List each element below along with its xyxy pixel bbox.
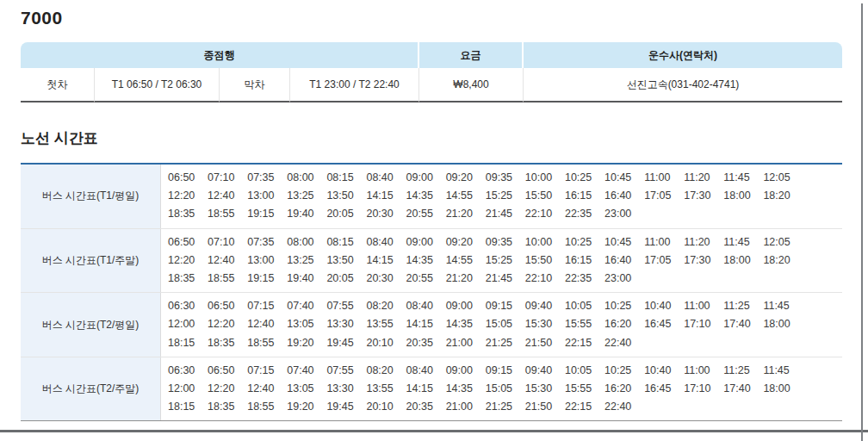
time-cell: 08:15 (326, 169, 366, 187)
time-cell: 16:20 (604, 380, 644, 398)
time-cell: 11:45 (763, 297, 803, 315)
time-cell: 18:55 (247, 334, 287, 352)
time-cell: 20:10 (366, 334, 406, 352)
time-cell: 13:55 (366, 380, 406, 398)
timetable-row-label: 버스 시간표(T2/주말) (21, 357, 161, 421)
time-cell: 18:35 (168, 205, 208, 223)
time-cell: 13:50 (326, 252, 366, 270)
time-cell: 15:30 (525, 315, 565, 333)
last-bus-label: 막차 (220, 68, 290, 102)
time-cell: 09:40 (525, 297, 565, 315)
header-destination: 종점행 (21, 42, 419, 68)
time-cell: 07:35 (247, 233, 287, 252)
time-cell: 22:35 (565, 270, 604, 288)
time-cell: 06:50 (208, 297, 247, 315)
time-cell: 06:30 (168, 362, 208, 380)
time-cell: 10:25 (565, 233, 604, 252)
time-cell: 13:25 (287, 252, 326, 270)
time-cell: 18:20 (763, 187, 803, 205)
page-bottom-divider (0, 430, 868, 432)
time-cell: 22:35 (565, 205, 604, 223)
summary-header-row: 종점행 요금 운수사(연락처) (21, 42, 842, 68)
time-cell: 10:00 (525, 169, 565, 187)
time-cell: 19:20 (287, 398, 326, 416)
time-cell: 09:35 (486, 169, 525, 187)
time-cell: 12:00 (168, 380, 208, 398)
time-cell: 16:40 (604, 187, 644, 205)
time-cell: 15:25 (486, 252, 525, 270)
time-cell: 18:35 (208, 398, 247, 416)
time-cell: 11:00 (644, 233, 684, 252)
time-cell: 08:00 (287, 233, 326, 252)
time-cell: 20:55 (406, 270, 446, 288)
time-cell: 16:15 (565, 252, 604, 270)
time-cell: 10:45 (604, 233, 644, 252)
header-fare: 요금 (419, 42, 524, 68)
timetable-times: 06:5007:1007:3508:0008:1508:4009:0009:20… (161, 229, 842, 293)
time-cell: 11:00 (684, 297, 723, 315)
section-title-timetable: 노선 시간표 (21, 129, 842, 148)
time-cell: 06:50 (168, 169, 208, 187)
time-cell: 13:30 (326, 380, 366, 398)
time-cell: 15:55 (565, 380, 604, 398)
time-cell: 07:15 (247, 297, 287, 315)
fare-value: ₩8,400 (419, 68, 524, 102)
time-cell: 11:25 (723, 297, 763, 315)
time-cell: 09:15 (486, 362, 525, 380)
time-cell: 18:00 (763, 380, 803, 398)
timetable-row: 버스 시간표(T2/주말)06:3006:5007:1507:4007:5508… (21, 357, 842, 421)
time-cell: 15:05 (486, 315, 525, 333)
time-cell: 09:20 (446, 233, 486, 252)
time-cell: 11:00 (644, 169, 684, 187)
time-cell: 16:40 (604, 252, 644, 270)
last-bus-value: T1 23:00 / T2 22:40 (290, 68, 419, 102)
time-cell: 13:00 (247, 252, 287, 270)
time-cell: 15:55 (565, 315, 604, 333)
time-cell: 10:40 (644, 297, 684, 315)
time-cell: 13:25 (287, 187, 326, 205)
time-cell: 19:45 (326, 398, 366, 416)
time-cell: 12:40 (247, 380, 287, 398)
route-summary-table: 종점행 요금 운수사(연락처) 첫차 T1 06:50 / T2 06:30 막… (21, 42, 842, 102)
time-cell: 19:20 (287, 334, 326, 352)
time-cell: 16:15 (565, 187, 604, 205)
time-cell: 16:45 (644, 315, 684, 333)
time-cell: 21:45 (486, 270, 525, 288)
time-cell: 10:45 (604, 169, 644, 187)
time-cell: 08:40 (406, 297, 446, 315)
time-cell: 15:50 (525, 187, 565, 205)
timetable-row-label: 버스 시간표(T1/주말) (21, 229, 161, 293)
time-cell: 11:45 (763, 362, 803, 380)
time-cell: 10:05 (565, 297, 604, 315)
time-cell: 17:40 (723, 380, 763, 398)
time-cell: 09:35 (486, 233, 525, 252)
timetable-times: 06:3006:5007:1507:4007:5508:2008:4009:00… (161, 293, 842, 357)
time-cell: 23:00 (604, 205, 644, 223)
time-cell: 07:40 (287, 362, 326, 380)
time-cell: 14:35 (406, 187, 446, 205)
time-cell: 21:25 (486, 398, 525, 416)
time-cell: 14:55 (446, 187, 486, 205)
time-cell: 12:20 (168, 252, 208, 270)
timetable-row-label: 버스 시간표(T2/평일) (21, 293, 161, 357)
time-cell: 13:50 (326, 187, 366, 205)
time-cell: 18:55 (247, 398, 287, 416)
time-cell: 13:00 (247, 187, 287, 205)
time-cell: 11:00 (684, 362, 723, 380)
time-cell: 10:00 (525, 233, 565, 252)
time-cell: 22:15 (565, 398, 604, 416)
timetable-row: 버스 시간표(T1/주말)06:5007:1007:3508:0008:1508… (21, 229, 842, 294)
time-cell: 07:10 (208, 233, 247, 252)
time-cell: 21:00 (446, 398, 486, 416)
page-content: 7000 종점행 요금 운수사(연락처) 첫차 T1 06:50 / T2 06… (21, 0, 842, 421)
time-cell: 12:05 (763, 233, 803, 252)
time-cell: 14:15 (406, 315, 446, 333)
timetable-rows: 버스 시간표(T1/평일)06:5007:1007:3508:0008:1508… (21, 165, 842, 420)
time-cell: 22:40 (604, 398, 644, 416)
time-cell: 11:45 (723, 169, 763, 187)
time-cell: 07:10 (208, 169, 247, 187)
time-cell: 19:40 (287, 205, 326, 223)
time-cell: 20:10 (366, 398, 406, 416)
time-cell: 12:20 (168, 187, 208, 205)
time-cell: 12:40 (208, 252, 247, 270)
